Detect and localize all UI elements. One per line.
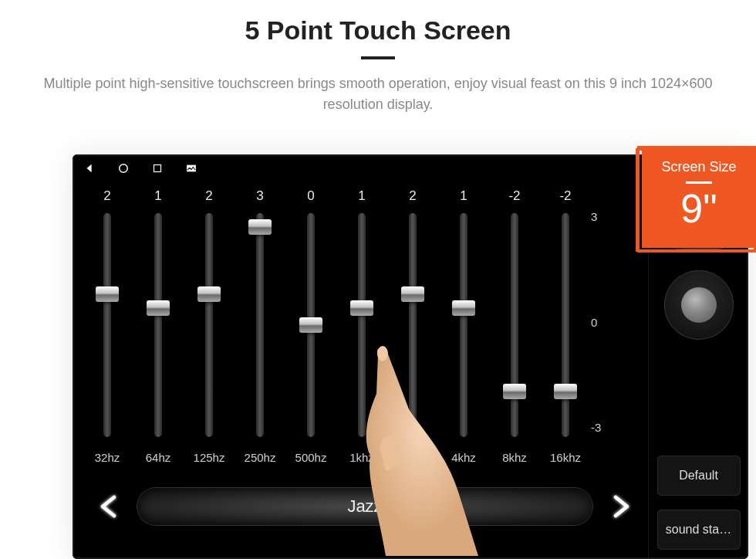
eq-freq-label: 125hz [194, 451, 225, 464]
title-divider [361, 56, 395, 59]
image-icon[interactable] [185, 162, 197, 174]
svg-point-0 [120, 164, 128, 173]
eq-band-250hz: 3 250hz [235, 188, 285, 474]
eq-freq-label: 1khz [349, 451, 374, 464]
eq-slider-track[interactable] [358, 213, 366, 437]
eq-slider-track[interactable] [154, 213, 162, 437]
svg-rect-1 [154, 165, 161, 172]
eq-slider-thumb[interactable] [554, 384, 577, 399]
eq-value-label: 1 [460, 188, 467, 210]
preset-name-button[interactable]: Jazz [137, 488, 592, 525]
eq-slider-track[interactable] [103, 213, 111, 437]
page-title: 5 Point Touch Screen [0, 15, 756, 46]
eq-value-label: 0 [307, 188, 314, 210]
eq-value-label: 1 [358, 188, 365, 210]
eq-slider-track[interactable] [409, 213, 417, 437]
eq-slider-track[interactable] [511, 213, 518, 437]
eq-slider-track[interactable] [205, 213, 213, 437]
eq-value-label: 2 [409, 188, 416, 210]
eq-slider-thumb[interactable] [248, 219, 272, 235]
eq-freq-label: 64hz [146, 451, 171, 464]
eq-band-125hz: 2 125hz [184, 188, 235, 474]
scale-min: -3 [591, 421, 601, 434]
balance-knob-icon [681, 287, 717, 323]
eq-freq-label: 250hz [245, 451, 276, 464]
eq-band-32hz: 2 32hz [82, 188, 133, 474]
home-icon[interactable] [117, 162, 130, 174]
eq-value-label: -2 [559, 188, 571, 210]
page-subtitle: Multiple point high-sensitive touchscree… [23, 73, 733, 115]
eq-slider-track[interactable] [460, 213, 467, 437]
preset-prev-button[interactable] [93, 490, 127, 523]
eq-slider-thumb[interactable] [452, 300, 475, 316]
eq-freq-label: 8khz [502, 451, 527, 464]
eq-band-4khz: 1 4khz [438, 188, 489, 474]
default-button[interactable]: Default [657, 456, 741, 496]
eq-freq-label: 32hz [95, 451, 120, 464]
eq-freq-label: 16khz [550, 451, 581, 464]
eq-band-2khz: 2 2khz [387, 188, 438, 474]
eq-slider-thumb[interactable] [401, 286, 424, 302]
eq-band-16khz: -2 16khz [540, 188, 591, 474]
eq-value-label: 2 [103, 188, 110, 210]
eq-slider-thumb[interactable] [503, 384, 526, 399]
eq-value-label: -2 [508, 188, 520, 210]
sound-stage-button[interactable]: sound sta… [657, 510, 741, 550]
equalizer-sliders: 2 32hz 1 64hz 2 125hz 3 250hz 0 500hz 1 [82, 188, 642, 474]
eq-scale: 3 0 -3 [591, 188, 642, 474]
eq-band-64hz: 1 64hz [133, 188, 184, 474]
recent-icon[interactable] [151, 162, 164, 174]
screen-size-badge: Screen Size 9" [642, 151, 756, 248]
eq-freq-label: 4khz [451, 451, 476, 464]
eq-band-500hz: 0 500hz [285, 188, 336, 474]
eq-slider-thumb[interactable] [147, 300, 170, 316]
eq-value-label: 2 [205, 188, 212, 210]
badge-divider [686, 181, 712, 184]
scale-max: 3 [591, 210, 601, 223]
badge-value: 9" [644, 188, 754, 229]
eq-freq-label: 2khz [400, 451, 425, 464]
balance-button[interactable] [664, 270, 734, 340]
eq-band-1khz: 1 1khz [336, 188, 387, 474]
eq-band-8khz: -2 8khz [489, 188, 540, 474]
eq-slider-track[interactable] [307, 213, 315, 437]
eq-value-label: 3 [256, 188, 263, 210]
eq-slider-track[interactable] [562, 213, 569, 437]
eq-value-label: 1 [154, 188, 161, 210]
eq-slider-thumb[interactable] [350, 300, 373, 316]
eq-slider-thumb[interactable] [96, 286, 119, 302]
badge-title: Screen Size [644, 159, 754, 175]
eq-slider-thumb[interactable] [197, 286, 221, 302]
eq-slider-thumb[interactable] [299, 317, 322, 333]
eq-freq-label: 500hz [295, 451, 327, 464]
eq-slider-track[interactable] [256, 213, 264, 437]
preset-next-button[interactable] [603, 490, 637, 523]
scale-mid: 0 [591, 316, 601, 329]
back-icon[interactable] [83, 162, 96, 174]
